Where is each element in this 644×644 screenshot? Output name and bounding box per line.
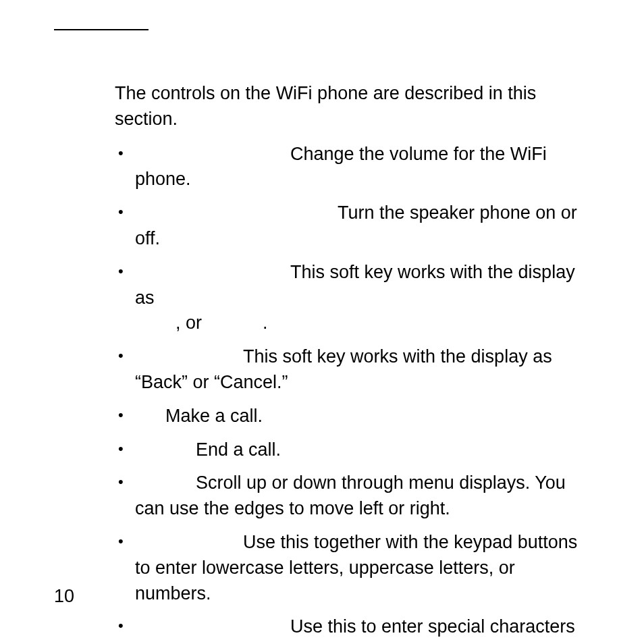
list-item-speaker: Turn the speaker phone on or off. xyxy=(115,200,594,252)
item-text-period: . xyxy=(263,313,268,333)
item-text: Make a call. xyxy=(165,406,263,426)
item-text-or: , or xyxy=(176,313,202,333)
item-text: Change the volume for the WiFi phone. xyxy=(135,144,547,190)
list-item-scroll: Scroll up or down through menu displays.… xyxy=(115,471,594,522)
item-text: Turn the speaker phone on or off. xyxy=(135,203,577,248)
item-text: This soft key works with the display as … xyxy=(135,346,552,392)
list-item-volume: Change the volume for the WiFi phone. xyxy=(115,142,594,193)
page: The controls on the WiFi phone are descr… xyxy=(0,0,644,644)
item-text: Use this together with the keypad button… xyxy=(135,532,577,603)
page-number: 10 xyxy=(54,586,74,607)
item-text: Scroll up or down through menu displays.… xyxy=(135,473,566,518)
list-item-special-chars: Use this to enter special characters suc… xyxy=(115,614,594,644)
item-text: Use this to enter special characters suc… xyxy=(135,616,575,644)
item-text: This soft key works with the display as xyxy=(135,262,575,308)
list-item-call: Make a call. xyxy=(115,404,594,429)
body-text: The controls on the WiFi phone are descr… xyxy=(115,81,594,644)
list-item-keypad-shift: Use this together with the keypad button… xyxy=(115,530,594,606)
item-text: End a call. xyxy=(196,439,281,460)
list-item-end-call: End a call. xyxy=(115,437,594,463)
controls-list: Change the volume for the WiFi phone. Tu… xyxy=(115,142,594,644)
list-item-softkey-menu: This soft key works with the display as … xyxy=(115,260,594,336)
list-item-softkey-back: This soft key works with the display as … xyxy=(115,344,594,396)
header-rule xyxy=(54,29,149,30)
intro-paragraph: The controls on the WiFi phone are descr… xyxy=(115,81,594,132)
item-text-line2: , or. xyxy=(176,311,594,336)
